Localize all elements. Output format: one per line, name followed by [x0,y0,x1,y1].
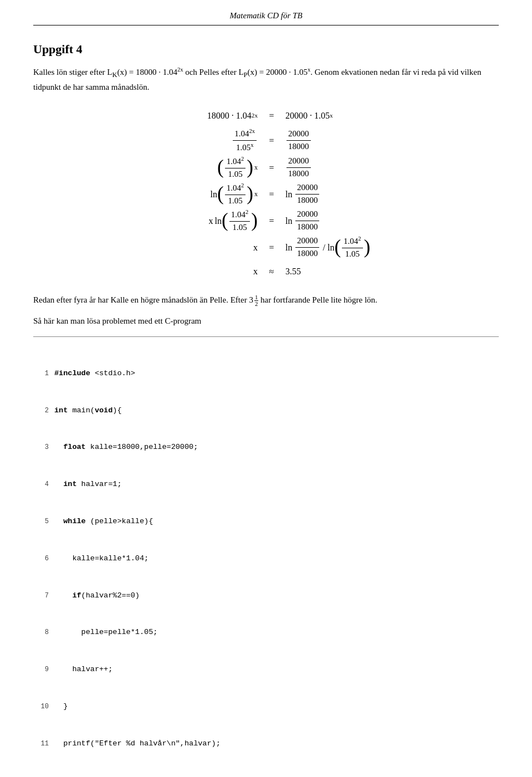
code-line-11: 11 printf("Efter %d halvår\n",halvar); [39,738,493,750]
section-4-intro: Kalles lön stiger efter LK(x) = 18000 · … [33,65,499,94]
code-section: 1 #include <stdio.h> 2 int main(void){ 3… [33,336,499,777]
code-line-9: 9 halvar++; [39,663,493,676]
code-line-3: 3 float kalle=18000,pelle=20000; [39,441,493,453]
code-line-8: 8 pelle=pelle*1.05; [39,626,493,638]
section-4-paragraph2: Så här kan man lösa problemet med ett C-… [33,314,499,328]
math-row-7: x ≈ 3.55 [136,262,396,281]
code-line-4: 4 int halvar=1; [39,478,493,490]
code-line-7: 7 if(halvar%2==0) [39,590,493,602]
code-line-6: 6 kalle=kalle*1.04; [39,553,493,565]
code-line-5: 5 while (pelle>kalle){ [39,515,493,528]
math-row-3: ( 1.042 1.05 )x = 20000 18000 [136,155,396,180]
math-row-5: x ln( 1.042 1.05 ) = ln 20000 18000 [136,208,396,233]
code-line-10: 10 } [39,701,493,713]
header-title: Matematik CD för TB [229,11,302,20]
page-header: Matematik CD för TB [33,11,499,25]
math-derivation: 18000 · 1.042x = 20000 · 1.05x 1.042x 1.… [33,105,499,282]
page: Matematik CD för TB Uppgift 4 Kalles lön… [0,0,532,777]
math-row-2: 1.042x 1.05x = 20000 18000 [136,127,396,153]
section-4-paragraph1: Redan efter fyra år har Kalle en högre m… [33,293,499,308]
code-line-2: 2 int main(void){ [39,405,493,417]
code-line-12: 12 } [39,775,493,777]
math-row-1: 18000 · 1.042x = 20000 · 1.05x [136,106,396,125]
math-row-4: ln( 1.042 1.05 )x = ln 20000 18000 [136,182,396,206]
math-row-6: x = ln 20000 18000 / ln( 1.042 1.05 ) [136,235,396,259]
code-block: 1 #include <stdio.h> 2 int main(void){ 3… [33,340,499,777]
section-4-title: Uppgift 4 [33,42,499,57]
code-line-1: 1 #include <stdio.h> [39,367,493,380]
section-4: Uppgift 4 Kalles lön stiger efter LK(x) … [33,42,499,777]
